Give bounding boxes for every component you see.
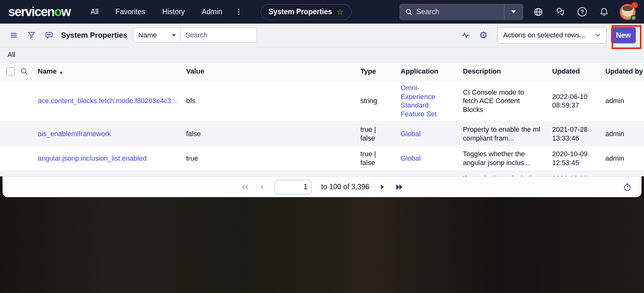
property-name-link[interactable]: ace.content_blocks.fetch.mode.f80203e4c3… [38, 97, 177, 105]
logo-text-end: w [61, 5, 70, 19]
table-row: ais_enablemlframeworkfalsetrue | falseGl… [0, 122, 644, 146]
page-title: System Properties [61, 31, 127, 40]
comments-bubble-icon[interactable] [42, 28, 56, 42]
chevron-down-icon [594, 32, 601, 39]
logo-text: servicen [8, 5, 54, 19]
description-cell: CI Console mode to fetch ACE Content Blo… [463, 85, 552, 117]
select-all-checkbox[interactable] [6, 67, 14, 75]
column-header-name[interactable]: Name▲ [38, 67, 186, 75]
value-cell: false [186, 126, 360, 141]
user-avatar[interactable]: ↑ ✓ [619, 4, 636, 20]
more-menu-kebab-icon[interactable] [236, 7, 241, 17]
updated-by-cell: admin [605, 93, 644, 108]
table-row: angular.jsonp.inclusion_list.urlsselfstr… [0, 171, 644, 176]
row-select-cell [0, 155, 38, 162]
help-icon[interactable]: ? [578, 7, 587, 16]
logo-green-letter: o [54, 5, 61, 19]
actions-dropdown-value: Actions on selected rows... [503, 31, 586, 39]
pagination-range-label: to 100 of 3,396 [321, 183, 369, 191]
updated-by-cell: admin [605, 126, 644, 141]
servicenow-logo[interactable]: servicenow [8, 5, 70, 19]
column-header-type[interactable]: Type [360, 67, 401, 75]
previous-page-button[interactable] [258, 184, 265, 191]
row-select-cell [0, 131, 38, 137]
application-link[interactable]: Omni-Experience Standard Feature Set [401, 84, 437, 118]
property-name-cell: ais_enablemlframework [38, 126, 186, 141]
application-link[interactable]: Global [401, 130, 421, 138]
table-body: ace.content_blocks.fetch.mode.f80203e4c3… [0, 80, 644, 176]
header-name-label: Name [38, 67, 57, 75]
type-cell: string [360, 93, 401, 108]
status-available-badge: ✓ [631, 15, 636, 21]
value-cell: bfs [186, 93, 360, 108]
updated-cell: 2021-07-28 13:33:46 [552, 122, 605, 146]
activity-pulse-icon[interactable] [458, 28, 473, 42]
pill-label: System Properties [269, 8, 332, 16]
search-icon [405, 8, 413, 16]
global-search [400, 4, 523, 20]
pagination-bar: to 100 of 3,396 [3, 176, 641, 197]
property-name-link[interactable]: angular.jsonp.inclusion_list.enabled [38, 154, 177, 163]
updated-by-cell: admin [605, 151, 644, 166]
chat-icon[interactable] [556, 7, 565, 17]
sort-ascending-icon: ▲ [59, 70, 63, 75]
application-cell: Omni-Experience Standard Feature Set [401, 80, 463, 121]
property-name-link[interactable]: ais_enablemlframework [38, 130, 177, 138]
list-toolbar: System Properties Name ⚙ Actions on sele… [0, 24, 644, 47]
current-page-pill[interactable]: System Properties ☆ [261, 4, 352, 20]
row-select-cell [0, 98, 38, 104]
menu-favorites[interactable]: Favorites [115, 8, 145, 16]
updated-cell: 2022-06-10 08:59:37 [552, 89, 605, 113]
topnav-icons: ? [534, 7, 609, 17]
property-name-cell: angular.jsonp.inclusion_list.enabled [38, 151, 186, 166]
column-search-icon[interactable] [20, 67, 28, 75]
page-number-input[interactable] [275, 180, 312, 194]
filter-funnel-icon[interactable] [25, 28, 38, 42]
header-select-cell [0, 67, 38, 75]
description-cell: If angular jsonp inclusion list is enabl… [463, 171, 552, 176]
column-header-value[interactable]: Value [186, 67, 360, 75]
list-filter-group: Name [133, 28, 257, 43]
menu-admin[interactable]: Admin [202, 8, 222, 16]
value-cell: true [186, 151, 360, 166]
actions-dropdown[interactable]: Actions on selected rows... [497, 27, 607, 43]
type-cell: true | false [360, 146, 401, 170]
description-cell: Property to enable the ml compliant fram… [463, 122, 552, 146]
last-page-button[interactable] [395, 183, 403, 191]
next-page-button[interactable] [379, 184, 386, 191]
table-row: ace.content_blocks.fetch.mode.f80203e4c3… [0, 80, 644, 122]
table-row: angular.jsonp.inclusion_list.enabledtrue… [0, 146, 644, 171]
column-header-application[interactable]: Application [401, 67, 463, 75]
global-search-input[interactable] [416, 8, 504, 16]
column-header-updated[interactable]: Updated [552, 67, 605, 75]
new-button[interactable]: New [611, 27, 636, 43]
desktop-background-strip [0, 197, 644, 293]
list-menu-hamburger-icon[interactable] [7, 28, 21, 42]
search-field-select[interactable]: Name [133, 28, 180, 42]
menu-all[interactable]: All [91, 8, 99, 16]
list-search-input[interactable] [180, 28, 257, 42]
application-link[interactable]: Global [401, 154, 421, 162]
column-header-description[interactable]: Description [463, 67, 552, 75]
breadcrumb-all[interactable]: All [8, 51, 15, 59]
updated-cell: 2020-10-09 12:54:26 [552, 171, 605, 176]
top-nav: servicenow All Favorites History Admin S… [0, 0, 644, 24]
search-field-value: Name [138, 31, 157, 39]
main-menu: All Favorites History Admin [91, 8, 222, 16]
favorite-star-icon[interactable]: ☆ [336, 8, 344, 16]
first-page-button[interactable] [241, 183, 249, 191]
application-cell: Global [401, 126, 463, 141]
gear-glyph: ⚙ [479, 30, 488, 40]
property-name-cell: ace.content_blocks.fetch.mode.f80203e4c3… [38, 93, 186, 108]
notifications-bell-icon[interactable] [599, 7, 609, 17]
type-cell: true | false [360, 122, 401, 146]
globe-icon[interactable] [534, 7, 543, 17]
column-header-updated-by[interactable]: Updated by [605, 67, 644, 75]
gear-icon[interactable]: ⚙ [477, 28, 490, 42]
menu-history[interactable]: History [162, 8, 185, 16]
search-scope-dropdown[interactable] [504, 4, 523, 19]
description-cell: Toggles whether the angular jsonp inclus… [463, 146, 552, 170]
table-header-row: Name▲ Value Type Application Description… [0, 62, 644, 80]
response-time-stopwatch-icon[interactable] [623, 182, 632, 192]
application-cell: Global [401, 151, 463, 166]
